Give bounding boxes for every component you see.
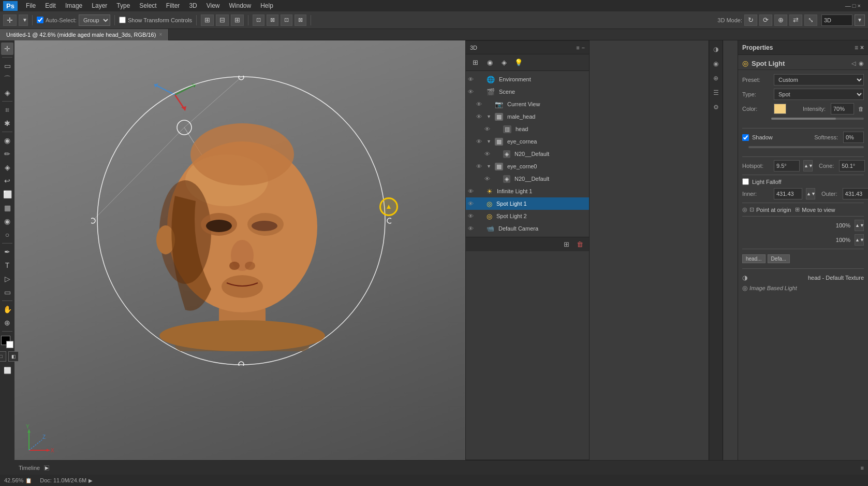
eye-icon-current-view[interactable]: 👁: [476, 101, 484, 107]
prop-icon-5[interactable]: ⚙: [710, 102, 722, 113]
eye-icon-eye-corne0[interactable]: 👁: [476, 163, 484, 169]
auto-select-checkbox[interactable]: [37, 17, 43, 23]
properties-options-btn[interactable]: ≡: [855, 44, 858, 51]
tree-item-eye-cornea[interactable]: 👁 ▼ ▦ eye_cornea: [466, 135, 589, 148]
3d-scale-btn[interactable]: ⤡: [804, 15, 817, 26]
color-swatch[interactable]: [774, 104, 786, 114]
remove-btn[interactable]: 🗑: [858, 106, 864, 112]
tree-item-current-view[interactable]: 👁 📷 Current View: [466, 98, 589, 110]
eye-icon-spot-light-2[interactable]: 👁: [468, 213, 476, 219]
properties-minimize-btn[interactable]: ×: [860, 44, 864, 51]
prop-icon-2[interactable]: ◉: [710, 58, 722, 69]
gradient-tool[interactable]: ▦: [1, 202, 13, 214]
3d-panel-minimize-btn[interactable]: −: [582, 45, 585, 51]
3d-scene-view-btn[interactable]: ⊞: [469, 56, 481, 69]
distribute-btn-4[interactable]: ⊠: [295, 15, 306, 26]
eyedropper-tool[interactable]: ✱: [1, 117, 13, 130]
auto-select-dropdown[interactable]: Group: [79, 15, 110, 26]
percent-1-stepper[interactable]: ▲▼: [855, 220, 864, 231]
expand-eye-cornea[interactable]: ▼: [487, 139, 493, 144]
eye-icon-head[interactable]: 👁: [484, 126, 493, 132]
pen-tool[interactable]: ✒: [1, 246, 13, 258]
history-brush-tool[interactable]: ↩: [1, 175, 13, 187]
tree-item-spot-light-2[interactable]: 👁 ◎ Spot Light 2: [466, 210, 589, 222]
menu-image[interactable]: Image: [61, 1, 86, 10]
align-left-btn[interactable]: ⊞: [201, 15, 214, 26]
add-new-btn[interactable]: ⊞: [561, 239, 571, 250]
screen-mode-btn[interactable]: ⬜: [2, 365, 13, 376]
move-tool-btn[interactable]: ✛: [3, 15, 17, 26]
menu-view[interactable]: View: [202, 1, 224, 10]
menu-3d[interactable]: 3D: [185, 1, 201, 10]
inner-input[interactable]: 431.43: [774, 188, 802, 199]
3d-mode-input[interactable]: 3D: [821, 15, 852, 26]
menu-help[interactable]: Help: [256, 1, 277, 10]
eye-icon-male-head[interactable]: 👁: [476, 113, 484, 120]
percent-2-stepper[interactable]: ▲▼: [855, 234, 864, 246]
prop-light-icon-2[interactable]: ◉: [859, 60, 864, 67]
prop-icon-3[interactable]: ⊕: [710, 73, 722, 84]
menu-layer[interactable]: Layer: [87, 1, 111, 10]
softness-slider[interactable]: [748, 146, 864, 148]
expand-eye-corne0[interactable]: ▼: [487, 164, 493, 169]
align-right-btn[interactable]: ⊞: [231, 15, 244, 26]
doc-info-expand[interactable]: ▶: [89, 478, 93, 483]
move-tool[interactable]: ✛: [1, 42, 13, 55]
zoom-tool[interactable]: ⊕: [1, 317, 13, 329]
menu-edit[interactable]: Edit: [41, 1, 60, 10]
light-falloff-checkbox[interactable]: [742, 178, 749, 185]
eye-icon-environment[interactable]: 👁: [468, 76, 476, 82]
3d-material-btn[interactable]: ◈: [498, 56, 510, 69]
eye-icon-n20-1[interactable]: 👁: [484, 151, 493, 157]
text-tool[interactable]: T: [1, 259, 13, 271]
prop-icon-1[interactable]: ◑: [710, 44, 722, 55]
eye-icon-eye-cornea[interactable]: 👁: [476, 138, 484, 145]
menu-filter[interactable]: Filter: [162, 1, 184, 10]
hotspot-stepper[interactable]: ▲▼: [803, 160, 813, 171]
tree-item-default-camera[interactable]: 👁 📹 Default Camera: [466, 222, 589, 235]
menu-window[interactable]: Window: [225, 1, 256, 10]
type-dropdown[interactable]: Spot: [774, 89, 864, 100]
rectangular-marquee-tool[interactable]: ▭: [1, 60, 13, 72]
eye-icon-scene[interactable]: 👁: [468, 89, 476, 95]
3d-panel-options-btn[interactable]: ≡: [576, 45, 579, 51]
tree-item-infinite-light-1[interactable]: 👁 ☀ Infinite Light 1: [466, 185, 589, 197]
3d-mesh-btn[interactable]: ◉: [483, 56, 496, 69]
tree-item-spot-light-1[interactable]: 👁 ◎ Spot Light 1: [466, 197, 589, 210]
menu-select[interactable]: Select: [135, 1, 160, 10]
distribute-btn-3[interactable]: ⊡: [281, 15, 292, 26]
inner-stepper[interactable]: ▲▼: [806, 188, 815, 199]
healing-brush-tool[interactable]: ◉: [1, 134, 13, 147]
align-center-btn[interactable]: ⊟: [216, 15, 229, 26]
menu-type[interactable]: Type: [112, 1, 134, 10]
main-tab[interactable]: Untitled-1 @ 42.6% (middle aged male hea…: [0, 29, 169, 40]
blur-tool[interactable]: ◉: [1, 215, 13, 227]
preset-dropdown[interactable]: Custom: [774, 74, 864, 85]
intensity-slider[interactable]: [771, 118, 864, 120]
eraser-tool[interactable]: ⬜: [1, 188, 13, 201]
delete-btn[interactable]: 🗑: [575, 239, 585, 250]
standard-mode-btn[interactable]: □: [0, 351, 6, 362]
mode-dropdown-btn[interactable]: ▼: [855, 15, 865, 26]
hand-tool[interactable]: ✋: [1, 303, 13, 316]
lasso-tool[interactable]: ⌒: [1, 73, 13, 85]
tree-item-head[interactable]: 👁 ▥ head: [466, 123, 589, 135]
menu-file[interactable]: File: [22, 1, 40, 10]
quick-mask-btn[interactable]: ◧: [8, 351, 19, 362]
tree-item-environment[interactable]: 👁 🌐 Environment: [466, 73, 589, 85]
tree-item-eye-corne0[interactable]: 👁 ▼ ▦ eye_corne0: [466, 160, 589, 173]
cone-input[interactable]: 50.1°: [839, 160, 865, 171]
tree-item-scene[interactable]: 👁 🎬 Scene: [466, 85, 589, 98]
hotspot-input[interactable]: 9.5°: [774, 160, 800, 171]
tree-item-n20-default-1[interactable]: 👁 ◈ N20__Default: [466, 148, 589, 160]
background-color[interactable]: [6, 341, 13, 348]
tree-item-male-head[interactable]: 👁 ▼ ▦ male_head: [466, 110, 589, 123]
rotation-handle[interactable]: [379, 197, 398, 216]
distribute-btn-1[interactable]: ⊡: [253, 15, 264, 26]
shadow-checkbox[interactable]: [742, 134, 749, 141]
path-select-tool[interactable]: ▷: [1, 273, 13, 285]
distribute-btn-2[interactable]: ⊠: [267, 15, 278, 26]
quick-select-tool[interactable]: ◈: [1, 87, 13, 99]
shape-tool[interactable]: ▭: [1, 286, 13, 298]
tab-close-btn[interactable]: ×: [159, 32, 162, 37]
